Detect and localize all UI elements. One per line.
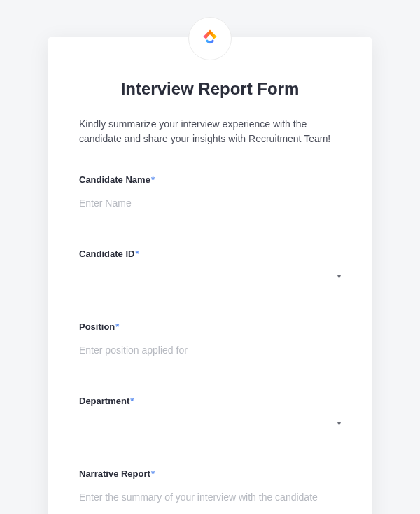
candidate-name-label: Candidate Name* [79, 174, 341, 185]
field-narrative: Narrative Report* [79, 468, 341, 510]
required-mark: * [135, 249, 139, 259]
chevron-down-icon: ▾ [337, 419, 341, 427]
page-root: Interview Report Form Kindly summarize y… [0, 0, 420, 514]
department-selected-value: – [79, 417, 85, 429]
field-position: Position* [79, 321, 341, 363]
candidate-name-label-text: Candidate Name [79, 174, 150, 185]
candidate-id-label: Candidate ID* [79, 249, 341, 259]
position-label: Position* [79, 321, 341, 332]
required-mark: * [115, 321, 119, 332]
form-description: Kindly summarize your interview experien… [79, 117, 341, 146]
position-input[interactable] [79, 340, 341, 363]
page-title: Interview Report Form [79, 79, 341, 99]
narrative-input[interactable] [79, 487, 341, 510]
field-candidate-id: Candidate ID* – ▾ [79, 249, 341, 289]
field-candidate-name: Candidate Name* [79, 174, 341, 216]
candidate-name-input[interactable] [79, 193, 341, 216]
chevron-down-icon: ▾ [337, 272, 341, 280]
candidate-id-select[interactable]: – ▾ [79, 268, 341, 289]
narrative-label-text: Narrative Report [79, 468, 150, 479]
brand-logo-container [188, 17, 232, 60]
required-mark: * [151, 174, 155, 185]
department-label: Department* [79, 396, 341, 406]
position-label-text: Position [79, 321, 115, 332]
required-mark: * [151, 468, 155, 479]
form-card: Interview Report Form Kindly summarize y… [48, 37, 372, 514]
department-label-text: Department [79, 396, 130, 406]
candidate-id-label-text: Candidate ID [79, 249, 134, 259]
field-department: Department* – ▾ [79, 396, 341, 436]
narrative-label: Narrative Report* [79, 468, 341, 479]
candidate-id-selected-value: – [79, 270, 85, 282]
department-select[interactable]: – ▾ [79, 415, 341, 436]
brand-logo-icon [199, 26, 221, 51]
required-mark: * [130, 396, 134, 406]
